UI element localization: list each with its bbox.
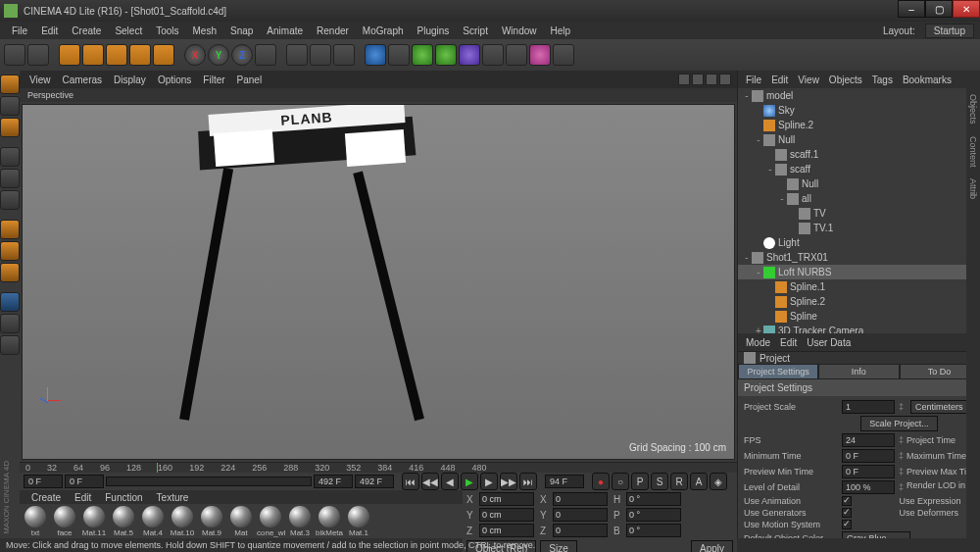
menu-select[interactable]: Select <box>109 24 148 38</box>
record-button[interactable]: ● <box>592 473 610 490</box>
material-swatch[interactable]: Mat <box>227 506 255 537</box>
tab-attrib[interactable]: Attrib <box>968 175 978 203</box>
menu-file[interactable]: File <box>6 24 33 38</box>
preview-end[interactable]: 492 F <box>314 475 353 488</box>
object-row[interactable]: -Loft NURBS <box>738 265 980 279</box>
material-swatch[interactable]: Mat.9 <box>198 506 225 537</box>
coord-z[interactable] <box>479 524 534 537</box>
next-frame[interactable]: ▶ <box>480 473 498 490</box>
y-axis-toggle[interactable]: Y <box>208 44 229 66</box>
prev-frame[interactable]: ◀ <box>441 473 459 490</box>
last-tool[interactable] <box>153 44 174 66</box>
coord-x[interactable] <box>479 492 534 506</box>
om-edit[interactable]: Edit <box>767 75 792 85</box>
workplane-tool[interactable] <box>0 292 20 312</box>
menu-snap[interactable]: Snap <box>224 24 259 38</box>
mat-menu-create[interactable]: Create <box>25 492 67 503</box>
vp-nav-4[interactable] <box>719 74 731 85</box>
menu-script[interactable]: Script <box>457 24 494 38</box>
object-row[interactable]: Null <box>738 176 980 191</box>
object-row[interactable]: Spline.2 <box>738 294 980 309</box>
edge-mode[interactable] <box>0 169 20 188</box>
object-row[interactable]: +3D Tracker Camera <box>738 324 980 333</box>
material-swatch[interactable]: Mat.5 <box>110 506 137 537</box>
menu-render[interactable]: Render <box>311 24 355 38</box>
vp-nav-1[interactable] <box>678 74 690 85</box>
workplane-mode[interactable] <box>0 118 20 137</box>
environment-button[interactable] <box>459 44 480 66</box>
vp-cameras[interactable]: Cameras <box>59 75 107 85</box>
object-row[interactable]: Sky <box>738 103 980 118</box>
scale-project-button[interactable]: Scale Project... <box>860 416 938 431</box>
mat-menu-edit[interactable]: Edit <box>69 492 97 503</box>
mograph-button[interactable] <box>529 44 551 66</box>
menu-mograph[interactable]: MoGraph <box>357 24 410 38</box>
spline-button[interactable] <box>388 44 410 66</box>
mat-menu-function[interactable]: Function <box>99 492 148 503</box>
object-row[interactable]: Spline.1 <box>738 279 980 294</box>
object-manager[interactable]: -modelSkySpline.2-Nullscaff.1-scaffNull-… <box>738 88 980 333</box>
generator-button[interactable] <box>412 44 433 66</box>
rot-p[interactable] <box>626 508 681 522</box>
min-time-value[interactable]: 0 F <box>842 449 895 463</box>
fps-value[interactable]: 24 <box>842 433 895 447</box>
use-motion-checkbox[interactable] <box>842 520 852 529</box>
coord-system-button[interactable] <box>255 44 276 66</box>
om-file[interactable]: File <box>742 75 765 85</box>
vp-options[interactable]: Options <box>154 75 195 85</box>
vp-nav-2[interactable] <box>692 74 704 85</box>
lock-workplane[interactable] <box>0 314 20 333</box>
mat-menu-texture[interactable]: Texture <box>151 492 195 503</box>
x-axis-toggle[interactable]: X <box>184 44 206 66</box>
material-swatch[interactable]: cone_wl <box>257 506 284 537</box>
key-param[interactable]: A <box>690 473 708 490</box>
redo-button[interactable] <box>27 44 49 66</box>
tab-info[interactable]: Info <box>818 364 899 379</box>
tag-button[interactable] <box>553 44 574 66</box>
timeline-marker[interactable] <box>157 463 158 473</box>
planar-workplane[interactable] <box>0 335 20 355</box>
project-scale-value[interactable]: 1 <box>842 400 895 414</box>
object-row[interactable]: -Null <box>738 132 980 147</box>
rotate-tool[interactable] <box>129 44 151 66</box>
render-picture-button[interactable] <box>310 44 331 66</box>
deformer-button[interactable] <box>435 44 457 66</box>
object-row[interactable]: -Shot1_TRX01 <box>738 250 980 265</box>
key-pos[interactable]: P <box>631 473 649 490</box>
move-tool[interactable] <box>82 44 104 66</box>
texture-mode[interactable] <box>0 96 20 116</box>
model-mode[interactable] <box>0 75 20 94</box>
lod-value[interactable]: 100 % <box>842 480 895 494</box>
autokey-button[interactable]: ○ <box>612 473 629 490</box>
poly-mode[interactable] <box>0 190 20 210</box>
snap-mode[interactable] <box>0 263 20 282</box>
size-mode-button[interactable]: Size <box>540 540 576 552</box>
play-button[interactable]: ▶ <box>461 473 478 490</box>
material-swatch[interactable]: Mat.10 <box>169 506 196 537</box>
camera-button[interactable] <box>482 44 504 66</box>
om-tags[interactable]: Tags <box>868 75 897 85</box>
z-axis-toggle[interactable]: Z <box>231 44 253 66</box>
undo-button[interactable] <box>4 44 25 66</box>
rot-h[interactable] <box>626 492 681 506</box>
material-swatch[interactable]: Mat.1 <box>345 506 372 537</box>
prev-min-value[interactable]: 0 F <box>842 465 895 478</box>
om-bookmarks[interactable]: Bookmarks <box>899 75 956 85</box>
material-swatch[interactable]: Mat.4 <box>139 506 167 537</box>
object-row[interactable]: -model <box>738 88 980 103</box>
object-row[interactable]: Spline.2 <box>738 118 980 132</box>
vp-filter[interactable]: Filter <box>199 75 228 85</box>
material-swatch[interactable]: Mat.3 <box>286 506 314 537</box>
render-view-button[interactable] <box>286 44 308 66</box>
tweak-mode[interactable] <box>0 241 20 261</box>
goto-end[interactable]: ⏭ <box>519 473 537 490</box>
next-key[interactable]: ▶▶ <box>500 473 517 490</box>
minimize-button[interactable]: – <box>898 0 925 18</box>
key-scale[interactable]: S <box>651 473 668 490</box>
rot-b[interactable] <box>626 524 681 537</box>
maximize-button[interactable]: ▢ <box>925 0 953 18</box>
material-swatch[interactable]: txt <box>22 506 49 537</box>
key-pla[interactable]: ◈ <box>710 473 727 490</box>
object-row[interactable]: -scaff <box>738 162 980 176</box>
menu-help[interactable]: Help <box>544 24 576 38</box>
